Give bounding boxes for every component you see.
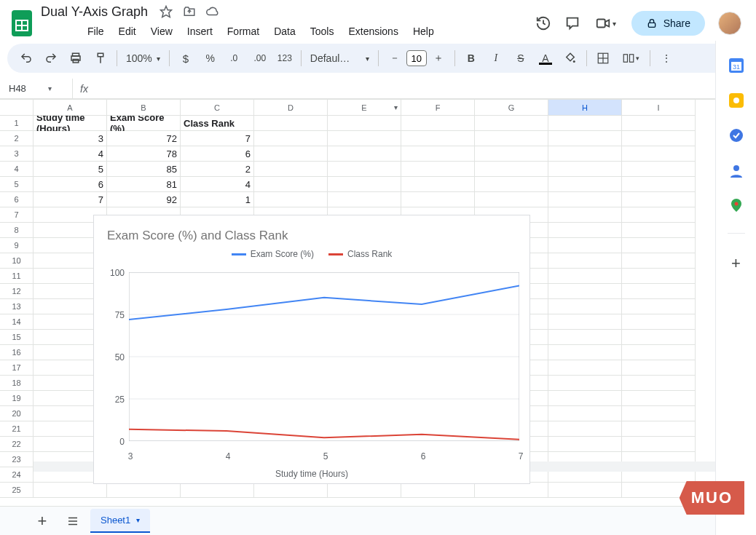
italic-button[interactable]: I (486, 48, 506, 68)
move-icon[interactable] (181, 4, 197, 20)
cell[interactable] (622, 238, 696, 253)
fill-color-button[interactable] (560, 48, 580, 68)
menu-data[interactable]: Data (268, 23, 302, 40)
cell[interactable]: 5 (34, 162, 107, 177)
cell[interactable] (328, 192, 401, 207)
cell[interactable] (548, 391, 622, 406)
cell[interactable]: 7 (181, 131, 254, 146)
paint-format-button[interactable] (90, 48, 111, 68)
cell[interactable]: Class Rank (181, 116, 254, 131)
cell[interactable] (401, 146, 475, 162)
row-header[interactable]: 12 (0, 284, 34, 299)
cell[interactable] (475, 192, 548, 207)
cell[interactable] (107, 483, 181, 498)
percent-button[interactable]: % (200, 48, 221, 68)
calendar-addon-icon[interactable]: 31 (729, 58, 744, 73)
comments-icon[interactable] (564, 15, 580, 31)
cell[interactable] (548, 314, 622, 330)
cell[interactable] (475, 483, 548, 498)
maps-addon-icon[interactable] (729, 198, 744, 213)
cell[interactable] (548, 483, 622, 498)
cell[interactable] (548, 207, 622, 223)
cell[interactable] (548, 299, 622, 314)
cell[interactable] (622, 391, 696, 406)
cell[interactable] (328, 162, 401, 177)
row-header[interactable]: 14 (0, 314, 34, 330)
cell[interactable] (622, 345, 696, 360)
cell[interactable] (548, 116, 622, 131)
row-header[interactable]: 25 (0, 483, 34, 498)
cell[interactable] (622, 192, 696, 207)
cell[interactable] (254, 131, 328, 146)
menu-edit[interactable]: Edit (113, 23, 142, 40)
cell[interactable] (328, 131, 401, 146)
row-header[interactable]: 24 (0, 467, 34, 483)
meet-icon[interactable]: ▾ (594, 15, 618, 31)
cell[interactable]: 3 (34, 131, 107, 146)
tasks-addon-icon[interactable] (729, 128, 744, 143)
cell[interactable] (548, 131, 622, 146)
star-icon[interactable] (158, 4, 174, 20)
cell[interactable] (475, 162, 548, 177)
cell[interactable]: 4 (181, 177, 254, 192)
chart-object[interactable]: Exam Score (%) and Class Rank Exam Score… (93, 215, 530, 484)
cell[interactable] (548, 162, 622, 177)
cell[interactable] (475, 131, 548, 146)
row-header[interactable]: 7 (0, 207, 34, 223)
increase-decimal-button[interactable]: .00 (250, 48, 270, 68)
account-avatar[interactable] (718, 12, 741, 35)
add-sheet-button[interactable]: + (29, 508, 55, 534)
row-header[interactable]: 23 (0, 452, 34, 467)
row-header[interactable]: 6 (0, 192, 34, 207)
cell[interactable] (622, 253, 696, 269)
row-header[interactable]: 16 (0, 345, 34, 360)
strikethrough-button[interactable]: S (511, 48, 531, 68)
text-color-button[interactable]: A (535, 48, 556, 68)
cell[interactable]: 92 (107, 192, 181, 207)
redo-button[interactable] (41, 48, 61, 68)
cell[interactable] (548, 284, 622, 299)
cell[interactable] (548, 269, 622, 284)
cell[interactable] (254, 192, 328, 207)
cell[interactable]: Exam Score (%) (107, 116, 181, 131)
cell[interactable] (475, 146, 548, 162)
column-header[interactable]: B (107, 100, 181, 116)
cell[interactable] (254, 177, 328, 192)
row-header[interactable]: 22 (0, 437, 34, 452)
column-header[interactable]: E▾ (328, 100, 401, 116)
borders-button[interactable] (593, 48, 613, 68)
cell[interactable] (548, 406, 622, 421)
column-header[interactable]: G (475, 100, 548, 116)
add-addon-button[interactable]: + (731, 254, 741, 273)
column-header[interactable]: A (34, 100, 107, 116)
merge-button[interactable]: ▾ (618, 48, 644, 68)
cell[interactable]: 78 (107, 146, 181, 162)
cell[interactable] (622, 360, 696, 376)
sheets-logo[interactable] (7, 9, 36, 38)
cell[interactable]: 4 (34, 146, 107, 162)
cell[interactable] (548, 238, 622, 253)
cell[interactable] (548, 376, 622, 391)
name-box[interactable]: H48 ▾ (0, 79, 73, 98)
column-header[interactable]: I (622, 100, 696, 116)
row-header[interactable]: 15 (0, 330, 34, 345)
share-button[interactable]: Share (631, 11, 705, 36)
menu-insert[interactable]: Insert (181, 23, 218, 40)
cell[interactable] (622, 177, 696, 192)
cell[interactable] (622, 421, 696, 437)
row-header[interactable]: 13 (0, 299, 34, 314)
cell[interactable] (548, 437, 622, 452)
cell[interactable] (401, 192, 475, 207)
cell[interactable] (254, 162, 328, 177)
keep-addon-icon[interactable] (729, 93, 744, 108)
cell[interactable] (401, 177, 475, 192)
cell[interactable] (622, 223, 696, 238)
cell[interactable] (548, 345, 622, 360)
row-header[interactable]: 2 (0, 131, 34, 146)
currency-button[interactable]: $ (176, 48, 196, 68)
cell[interactable] (328, 177, 401, 192)
cell[interactable] (475, 116, 548, 131)
decrease-font-button[interactable]: － (385, 48, 405, 68)
document-title[interactable]: Dual Y-Axis Graph (36, 3, 152, 21)
cell[interactable] (548, 360, 622, 376)
